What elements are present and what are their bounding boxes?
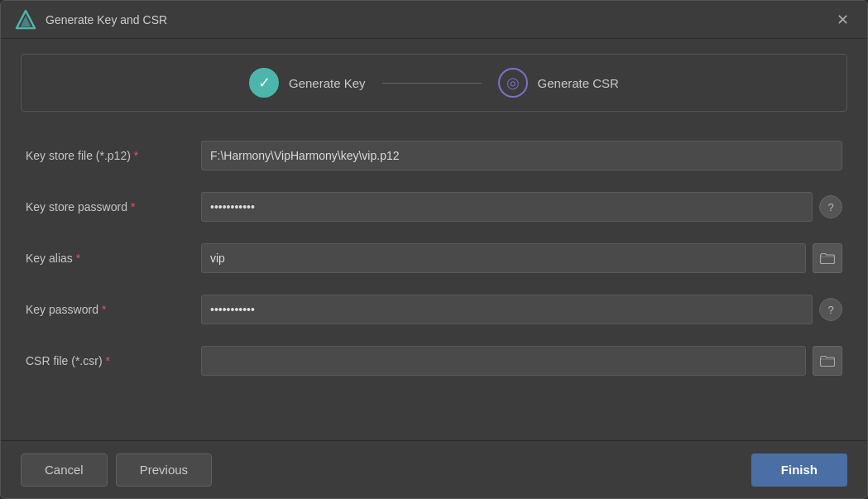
csr-file-browse-button[interactable] [813, 346, 842, 376]
footer-left-buttons: Cancel Previous [21, 453, 212, 487]
key-alias-input[interactable] [201, 243, 806, 273]
key-password-wrap: ? [201, 295, 842, 324]
key-password-input[interactable] [201, 295, 813, 324]
step-2-circle: ◎ [498, 68, 528, 98]
step-1: ✓ Generate Key [249, 68, 366, 98]
csr-file-input[interactable] [201, 346, 806, 376]
step-1-circle: ✓ [249, 68, 279, 98]
app-logo [14, 8, 37, 31]
step-2-label: Generate CSR [538, 76, 619, 90]
step-2: ◎ Generate CSR [498, 68, 619, 98]
key-store-password-help-button[interactable]: ? [819, 195, 842, 218]
key-store-password-input[interactable] [201, 192, 813, 222]
folder-icon-2 [820, 355, 835, 367]
key-store-file-wrap [201, 141, 842, 170]
title-bar: Generate Key and CSR ✕ [1, 1, 867, 39]
key-alias-browse-button[interactable] [813, 243, 842, 273]
cancel-button[interactable]: Cancel [21, 453, 108, 487]
footer-right-buttons: Finish [751, 453, 847, 487]
key-alias-wrap [201, 243, 842, 273]
key-store-password-label: Key store password* [26, 200, 191, 214]
previous-button[interactable]: Previous [116, 453, 212, 487]
step-connector [382, 83, 482, 84]
step-2-icon: ◎ [506, 74, 520, 92]
key-alias-label: Key alias* [26, 252, 191, 265]
footer: Cancel Previous Finish [1, 440, 867, 498]
key-alias-row: Key alias* [26, 233, 842, 284]
key-store-password-row: Key store password* ? [26, 181, 842, 233]
key-password-help-button[interactable]: ? [819, 298, 842, 321]
form-area: Key store file (*.p12)* Key store passwo… [1, 127, 867, 440]
wizard-steps: ✓ Generate Key ◎ Generate CSR [21, 54, 847, 112]
csr-file-wrap [201, 346, 842, 376]
key-store-file-input[interactable] [201, 141, 842, 170]
key-store-password-wrap: ? [201, 192, 842, 222]
step-1-icon: ✓ [258, 74, 271, 92]
key-store-file-label: Key store file (*.p12)* [26, 149, 191, 162]
dialog-title: Generate Key and CSR [46, 13, 831, 26]
step-1-label: Generate Key [289, 76, 366, 90]
key-password-row: Key password* ? [26, 284, 842, 335]
dialog: Generate Key and CSR ✕ ✓ Generate Key ◎ … [0, 0, 868, 499]
folder-icon [820, 252, 835, 264]
csr-file-row: CSR file (*.csr)* [26, 335, 842, 386]
csr-file-label: CSR file (*.csr)* [26, 354, 191, 367]
finish-button[interactable]: Finish [751, 453, 847, 487]
close-button[interactable]: ✕ [831, 8, 854, 31]
key-password-label: Key password* [26, 303, 191, 316]
key-store-file-row: Key store file (*.p12)* [26, 130, 842, 181]
